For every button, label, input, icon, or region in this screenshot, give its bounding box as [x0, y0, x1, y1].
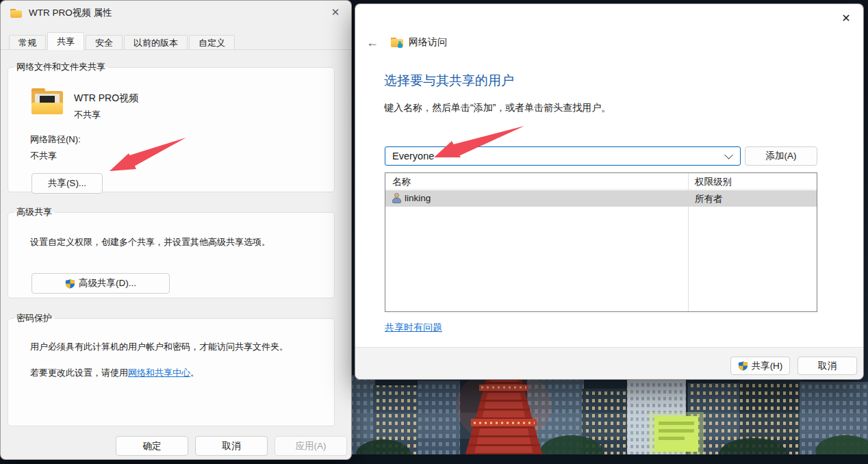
advanced-sharing-description: 设置自定义权限，创建多个共享，并设置其他高级共享选项。: [30, 236, 270, 248]
tab-security[interactable]: 安全: [86, 35, 123, 50]
tab-sharing[interactable]: 共享: [47, 32, 84, 50]
apply-button[interactable]: 应用(A): [275, 436, 347, 456]
dialog-footer: 共享(H) 取消: [355, 347, 863, 379]
network-path-label: 网络路径(N):: [30, 133, 81, 146]
properties-dialog: WTR PRO视频 属性 ✕ 常规 共享 安全 以前的版本 自定义 网络文件和文…: [0, 0, 352, 460]
column-header-name[interactable]: 名称: [392, 176, 411, 188]
network-access-header: ← 网络访问: [363, 34, 447, 51]
folder-share-status: 不共享: [74, 109, 101, 121]
share-confirm-button[interactable]: 共享(H): [730, 357, 790, 375]
dialog-title: 网络访问: [409, 36, 447, 49]
sharing-trouble-link[interactable]: 共享时有问题: [385, 322, 442, 334]
user-icon: [392, 193, 401, 204]
network-path-value: 不共享: [30, 150, 57, 162]
red-tower: [456, 375, 552, 464]
row-permission-level: 所有者: [695, 193, 723, 205]
properties-titlebar: WTR PRO视频 属性: [1, 1, 351, 25]
uac-shield-icon: [65, 279, 75, 289]
close-icon[interactable]: ✕: [324, 3, 347, 21]
uac-shield-icon: [738, 361, 748, 371]
advanced-sharing-group: 高级共享 设置自定义权限，创建多个共享，并设置其他高级共享选项。 高级共享(D)…: [8, 206, 335, 298]
tab-previous-versions[interactable]: 以前的版本: [124, 35, 188, 50]
advanced-sharing-button[interactable]: 高级共享(D)...: [31, 273, 170, 294]
folder-icon: [10, 9, 22, 18]
column-header-permission[interactable]: 权限级别: [695, 176, 732, 188]
network-access-dialog: ✕ ← 网络访问 选择要与其共享的用户 键入名称，然后单击“添加”，或者单击箭头…: [355, 3, 864, 380]
share-button[interactable]: 共享(S)...: [31, 173, 103, 194]
combobox-value: Everyone: [385, 151, 724, 162]
tab-customize[interactable]: 自定义: [189, 35, 235, 50]
close-icon[interactable]: ✕: [834, 9, 858, 27]
instruction-text: 键入名称，然后单击“添加”，或者单击箭头查找用户。: [384, 102, 611, 114]
cancel-button[interactable]: 取消: [195, 436, 268, 456]
advanced-sharing-legend: 高级共享: [14, 206, 55, 218]
tab-strip: 常规 共享 安全 以前的版本 自定义: [9, 32, 236, 50]
password-protection-group: 密码保护 用户必须具有此计算机的用户帐户和密码，才能访问共享文件夹。 若要更改此…: [8, 312, 335, 426]
ok-button[interactable]: 确定: [116, 436, 188, 456]
permissions-table: 名称 权限级别 linking 所有者: [385, 172, 817, 312]
desktop: WTR PRO视频 属性 ✕ 常规 共享 安全 以前的版本 自定义 网络文件和文…: [0, 0, 868, 464]
network-sharing-legend: 网络文件和文件夹共享: [14, 61, 108, 73]
row-user-name: linking: [405, 193, 431, 203]
back-arrow-icon[interactable]: ←: [363, 34, 381, 51]
window-title: WTR PRO视频 属性: [29, 7, 112, 19]
add-button[interactable]: 添加(A): [745, 146, 817, 166]
table-row[interactable]: linking 所有者: [385, 190, 817, 207]
shared-folder-icon: [391, 38, 403, 48]
folder-name: WTR PRO视频: [74, 92, 138, 105]
user-combobox[interactable]: Everyone: [385, 146, 741, 166]
video-folder-icon: [31, 88, 63, 114]
password-protection-legend: 密码保护: [14, 312, 55, 324]
network-sharing-group: 网络文件和文件夹共享 WTR PRO视频 不共享 网络路径(N): 不共享 共享…: [8, 61, 335, 192]
password-protection-line2: 若要更改此设置，请使用网络和共享中心。: [30, 367, 199, 379]
page-heading: 选择要与其共享的用户: [384, 72, 514, 90]
chevron-down-icon[interactable]: [724, 151, 733, 159]
network-sharing-center-link[interactable]: 网络和共享中心: [128, 368, 190, 378]
green-billboard: [649, 412, 704, 456]
password-protection-line1: 用户必须具有此计算机的用户帐户和密码，才能访问共享文件夹。: [30, 341, 288, 353]
table-header-row: 名称 权限级别: [385, 173, 817, 190]
tab-general[interactable]: 常规: [9, 35, 46, 50]
cancel-button[interactable]: 取消: [797, 357, 857, 375]
